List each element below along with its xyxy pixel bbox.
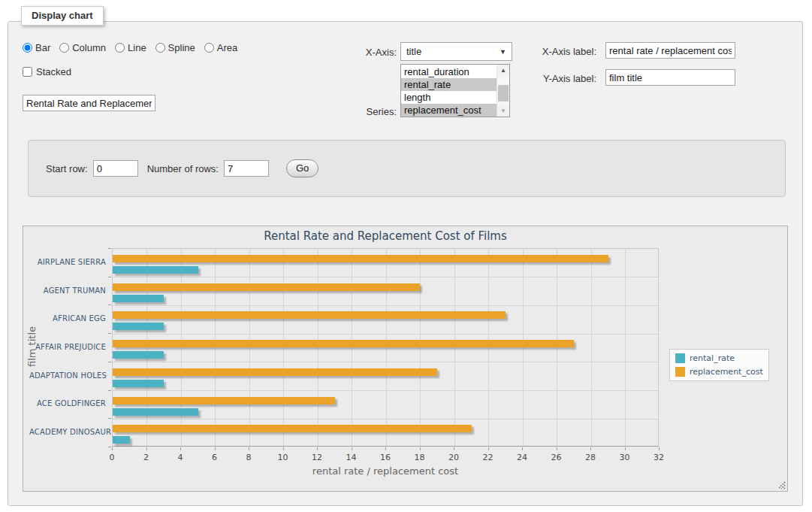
chart-type-option-label: Bar bbox=[35, 42, 50, 53]
x-tick-mark bbox=[420, 447, 421, 450]
chart-title-input[interactable] bbox=[23, 95, 155, 111]
x-axis-title: rental rate / replacement cost bbox=[112, 465, 659, 477]
y-tick-mark bbox=[108, 248, 111, 249]
chart-type-option-label: Column bbox=[72, 42, 106, 53]
resize-grip-icon[interactable] bbox=[777, 481, 786, 489]
y-tick-mark bbox=[108, 304, 111, 305]
scroll-down-icon[interactable]: ▼ bbox=[497, 105, 509, 117]
category-label: AGENT TRUMAN bbox=[29, 286, 106, 295]
series-select-label: Series: bbox=[323, 106, 397, 117]
bar-replacement_cost bbox=[113, 255, 608, 262]
bar-replacement_cost bbox=[113, 340, 574, 347]
chart-type-option-column[interactable]: Column bbox=[59, 42, 106, 53]
x-tick-label: 8 bbox=[234, 453, 264, 462]
series-scrollbar[interactable]: ▲ ▼ bbox=[497, 65, 509, 117]
start-row-label: Start row: bbox=[46, 163, 88, 174]
bar-rental_rate bbox=[113, 380, 164, 387]
bar-replacement_cost bbox=[113, 311, 506, 319]
x-tick-label: 28 bbox=[575, 453, 605, 462]
x-tick-mark bbox=[249, 447, 249, 450]
chart-type-option-line[interactable]: Line bbox=[115, 42, 146, 53]
series-multiselect[interactable]: rental_durationrental_ratelengthreplacem… bbox=[400, 64, 510, 117]
bar-replacement_cost bbox=[113, 368, 437, 376]
x-tick-mark bbox=[317, 447, 318, 450]
category-label: AIRPLANE SIERRA bbox=[29, 258, 106, 266]
x-tick-mark bbox=[180, 447, 181, 450]
series-option-rental_duration[interactable]: rental_duration bbox=[401, 65, 497, 78]
category-label: ACADEMY DINOSAUR bbox=[29, 428, 106, 436]
x-tick-label: 30 bbox=[610, 453, 640, 462]
x-tick-mark bbox=[283, 447, 284, 450]
stacked-label: Stacked bbox=[36, 66, 71, 77]
x-tick-label: 24 bbox=[507, 453, 537, 462]
chart-type-option-label: Area bbox=[217, 42, 237, 53]
chart-type-radio-line[interactable] bbox=[115, 43, 125, 53]
x-tick-label: 10 bbox=[268, 453, 298, 462]
stacked-checkbox[interactable] bbox=[23, 67, 32, 77]
x-tick-mark bbox=[522, 447, 523, 450]
y-axis-label-label: Y-Axis label: bbox=[518, 73, 596, 84]
legend-swatch bbox=[675, 367, 685, 377]
x-axis-label-label: X-Axis label: bbox=[518, 46, 596, 57]
series-option-replacement_cost[interactable]: replacement_cost bbox=[401, 104, 497, 117]
x-tick-mark bbox=[146, 447, 147, 450]
x-tick-label: 0 bbox=[97, 453, 127, 462]
scroll-up-icon[interactable]: ▲ bbox=[497, 65, 509, 76]
series-options: rental_durationrental_ratelengthreplacem… bbox=[401, 65, 497, 117]
gridline-horizontal bbox=[113, 390, 658, 391]
y-tick-mark bbox=[108, 418, 111, 419]
x-tick-label: 32 bbox=[644, 453, 674, 462]
x-tick-label: 12 bbox=[302, 453, 332, 462]
chart-type-option-area[interactable]: Area bbox=[204, 42, 237, 53]
chart-container: Rental Rate and Replacement Cost of Film… bbox=[23, 226, 788, 492]
y-tick-mark bbox=[108, 277, 111, 277]
bar-replacement_cost bbox=[113, 283, 420, 291]
number-of-rows-input[interactable] bbox=[224, 160, 269, 177]
chart-type-radio-spline[interactable] bbox=[155, 43, 165, 53]
gridline-horizontal bbox=[113, 419, 658, 420]
x-tick-label: 4 bbox=[165, 453, 195, 462]
start-row-input[interactable] bbox=[93, 160, 138, 177]
legend-swatch bbox=[675, 353, 685, 363]
x-axis-select[interactable]: title ▼ bbox=[400, 42, 512, 61]
number-of-rows-label: Number of rows: bbox=[147, 163, 219, 174]
plot-area bbox=[112, 248, 659, 447]
bar-replacement_cost bbox=[113, 397, 335, 404]
bar-rental_rate bbox=[113, 323, 164, 330]
x-tick-mark bbox=[557, 447, 557, 450]
y-tick-mark bbox=[108, 333, 111, 334]
gridline-vertical bbox=[625, 249, 626, 446]
chart-type-radio-column[interactable] bbox=[59, 43, 69, 53]
scrollbar-thumb[interactable] bbox=[498, 85, 509, 101]
x-tick-label: 20 bbox=[439, 453, 469, 462]
chart-type-option-spline[interactable]: Spline bbox=[155, 42, 195, 53]
go-button[interactable]: Go bbox=[286, 159, 318, 177]
bar-rental_rate bbox=[113, 266, 198, 274]
bar-rental_rate bbox=[113, 408, 198, 416]
legend-label: replacement_cost bbox=[690, 367, 763, 377]
chart-type-radio-bar[interactable] bbox=[23, 43, 32, 53]
legend-entry-rental_rate: rental_rate bbox=[675, 353, 763, 363]
y-axis-label-input[interactable] bbox=[605, 69, 735, 86]
series-option-rental_rate[interactable]: rental_rate bbox=[401, 78, 497, 91]
x-tick-mark bbox=[352, 447, 352, 450]
x-axis-select-label: X-Axis: bbox=[323, 47, 397, 58]
gridline-horizontal bbox=[113, 305, 658, 306]
chart-title: Rental Rate and Replacement Cost of Film… bbox=[112, 229, 659, 243]
x-axis-select-value: title bbox=[406, 46, 500, 57]
gridline-horizontal bbox=[113, 277, 658, 277]
series-option-length[interactable]: length bbox=[401, 91, 497, 104]
x-tick-label: 16 bbox=[370, 453, 400, 462]
x-axis-label-input[interactable] bbox=[605, 42, 735, 59]
bar-rental_rate bbox=[113, 295, 164, 302]
x-tick-mark bbox=[659, 447, 660, 450]
chart-type-option-label: Line bbox=[128, 42, 146, 53]
legend-entry-replacement_cost: replacement_cost bbox=[675, 367, 763, 377]
chart-legend: rental_ratereplacement_cost bbox=[669, 349, 769, 381]
chart-type-radio-area[interactable] bbox=[204, 43, 214, 53]
fieldset-legend: Display chart bbox=[21, 6, 104, 26]
chart-type-option-bar[interactable]: Bar bbox=[23, 42, 50, 53]
category-label: AFFAIR PREJUDICE bbox=[29, 343, 106, 351]
dropdown-arrow-icon: ▼ bbox=[500, 48, 506, 56]
stacked-option[interactable]: Stacked bbox=[23, 66, 71, 77]
